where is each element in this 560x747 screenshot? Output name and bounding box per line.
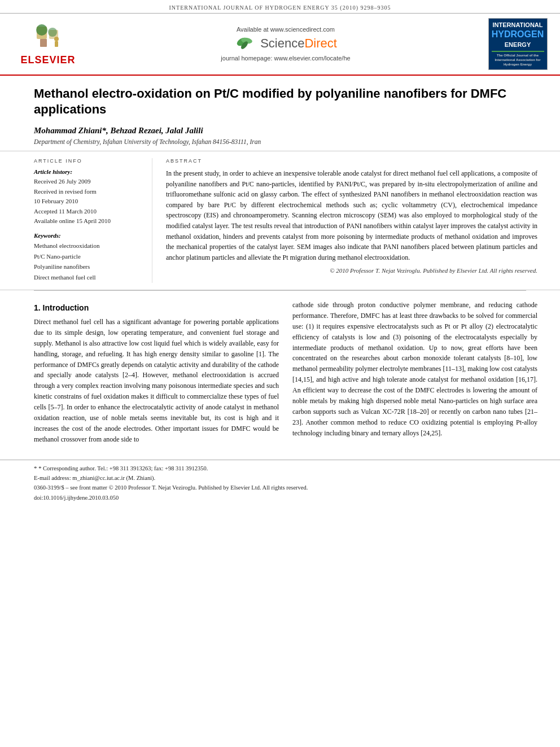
sciencedirect-leaves-icon — [234, 35, 257, 52]
received-revised-label: Received in revised form — [34, 187, 143, 197]
hydrogen-energy-badge: International HYDROGEN ENERGY The Offici… — [488, 18, 548, 70]
he-line3: ENERGY — [492, 41, 544, 49]
article-title-section: Methanol electro-oxidation on Pt/C modif… — [0, 76, 560, 151]
corresponding-author-text: * Corresponding author. Tel.: +98 311 39… — [38, 465, 208, 471]
authors: Mohammad Zhiani*, Behzad Rezaei, Jalal J… — [34, 126, 526, 136]
keyword-3: Polyaniline nanofibers — [34, 261, 143, 272]
sciencedirect-logo: ScienceDirect — [234, 35, 337, 52]
svg-rect-2 — [40, 39, 47, 47]
elsevier-logo: ELSEVIER — [11, 22, 85, 66]
article-info-col: ARTICLE INFO Article history: Received 2… — [34, 158, 152, 283]
abstract-label: ABSTRACT — [166, 158, 537, 164]
email-line: E-mail address: m_zhiani@cc.iut.ac.ir (M… — [34, 474, 526, 483]
body-left-col: 1. Introduction Direct methanol fuel cel… — [34, 300, 279, 449]
elsevier-tree-icon — [31, 22, 65, 53]
received-revised-date: 10 February 2010 — [34, 196, 143, 207]
intro-heading: 1. Introduction — [34, 303, 279, 312]
corresponding-author-note: * * Corresponding author. Tel.: +98 311 … — [34, 464, 526, 474]
footnote-star-icon: * — [34, 465, 37, 471]
received-date-1: Received 26 July 2009 — [34, 177, 143, 187]
abstract-text: In the present study, in order to achiev… — [166, 168, 537, 263]
svg-point-5 — [54, 37, 59, 41]
journal-url: journal homepage: www.elsevier.com/locat… — [221, 55, 350, 62]
available-text: Available at www.sciencedirect.com — [237, 26, 335, 33]
svg-point-3 — [36, 24, 47, 36]
history-title: Article history: — [34, 168, 143, 175]
issn-line: 0360-3199/$ – see front matter © 2010 Pr… — [34, 483, 526, 493]
page-footer: * * Corresponding author. Tel.: +98 311 … — [0, 460, 560, 504]
logo-center: Available at www.sciencedirect.com Scien… — [85, 26, 487, 62]
keyword-1: Methanol electrooxidation — [34, 241, 143, 251]
copyright-line: © 2010 Professor T. Nejat Veziroglu. Pub… — [166, 267, 537, 274]
section-number: 1. — [34, 303, 41, 312]
keyword-2: Pt/C Nano-particle — [34, 251, 143, 262]
logo-bar: ELSEVIER Available at www.sciencedirect.… — [0, 14, 560, 76]
intro-para-1: Direct methanol fuel cell has a signific… — [34, 317, 279, 445]
sciencedirect-text: ScienceDirect — [260, 36, 337, 51]
keywords-title: Keywords: — [34, 232, 143, 239]
article-meta-section: ARTICLE INFO Article history: Received 2… — [0, 151, 560, 290]
keyword-4: Direct methanol fuel cell — [34, 272, 143, 283]
section-title: Introduction — [43, 303, 89, 312]
journal-header: INTERNATIONAL JOURNAL OF HYDROGEN ENERGY… — [0, 0, 560, 14]
he-line2: HYDROGEN — [492, 29, 544, 41]
body-content: 1. Introduction Direct methanol fuel cel… — [0, 291, 560, 455]
hydrogen-energy-badge-container: International HYDROGEN ENERGY The Offici… — [487, 18, 549, 70]
available-online-date: Available online 15 April 2010 — [34, 216, 143, 226]
abstract-col: ABSTRACT In the present study, in order … — [166, 158, 537, 283]
intro-para-2: cathode side through proton conductive p… — [292, 300, 537, 439]
journal-header-text: INTERNATIONAL JOURNAL OF HYDROGEN ENERGY… — [169, 5, 391, 11]
elsevier-brand-text: ELSEVIER — [20, 54, 75, 66]
body-right-col: cathode side through proton conductive p… — [292, 300, 537, 449]
article-main-title: Methanol electro-oxidation on Pt/C modif… — [34, 86, 526, 118]
he-subtitle: The Official Journal of the Internationa… — [492, 54, 544, 67]
svg-rect-6 — [55, 41, 58, 47]
he-line1: International — [492, 21, 544, 29]
page-wrapper: INTERNATIONAL JOURNAL OF HYDROGEN ENERGY… — [0, 0, 560, 504]
article-info-label: ARTICLE INFO — [34, 158, 143, 164]
svg-point-4 — [48, 28, 57, 37]
accepted-date: Accepted 11 March 2010 — [34, 207, 143, 217]
doi-line: doi:10.1016/j.ijhydene.2010.03.050 — [34, 495, 526, 501]
affiliation: Department of Chemistry, Isfahan Univers… — [34, 138, 526, 145]
